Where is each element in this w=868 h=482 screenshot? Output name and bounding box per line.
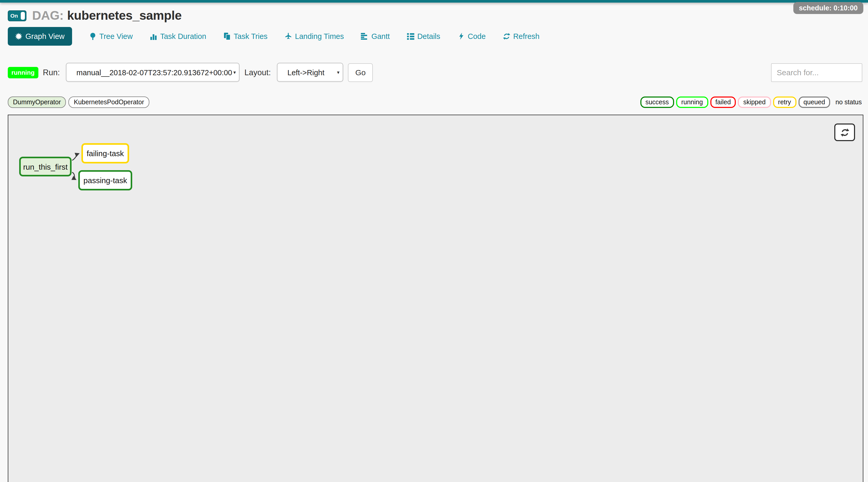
status-badge-running: running (676, 96, 708, 108)
node-failing-task[interactable]: failing-task (82, 143, 129, 163)
list-icon (407, 33, 414, 40)
dag-pause-toggle[interactable]: On (8, 10, 26, 21)
toggle-handle-icon (21, 12, 25, 20)
tree-icon (89, 33, 96, 40)
status-badge-failed: failed (710, 96, 736, 108)
operator-badge-kubernetes-pod-operator: KubernetesPodOperator (69, 96, 149, 108)
tab-gantt[interactable]: Gantt (361, 32, 390, 40)
duplicate-icon (223, 33, 230, 40)
airflow-dag-page: schedule: 0:10:00 On DAG: kubernetes_sam… (0, 0, 868, 482)
status-badge-skipped: skipped (738, 96, 771, 108)
search-input[interactable] (771, 63, 862, 82)
toggle-on-label: On (10, 12, 18, 19)
layout-select[interactable]: Left->Right ▼ (277, 63, 343, 82)
view-tabs: Graph View Tree View Task Duration Task … (8, 27, 539, 46)
dag-title-prefix: DAG: (32, 8, 64, 23)
node-label: failing-task (87, 149, 124, 158)
go-button[interactable]: Go (348, 63, 373, 82)
tab-label: Task Duration (160, 32, 206, 40)
layout-select-value: Left->Right (278, 68, 324, 77)
tab-tree-view[interactable]: Tree View (89, 32, 133, 40)
status-badge-success: success (640, 96, 674, 108)
run-label: Run: (43, 68, 60, 77)
operator-legend: DummyOperator KubernetesPodOperator (8, 96, 149, 108)
tab-label: Code (468, 32, 486, 40)
top-accent-bar (0, 0, 868, 3)
starburst-icon (15, 33, 22, 40)
plane-icon (285, 33, 292, 40)
status-badge-queued: queued (798, 96, 830, 108)
run-controls-row: running Run: manual__2018-02-07T23:57:20… (8, 63, 862, 82)
edge-run-this-first-to-failing-task (72, 154, 79, 160)
status-badge-retry: retry (773, 96, 796, 108)
refresh-icon (503, 33, 510, 40)
chevron-down-icon: ▼ (232, 70, 237, 75)
node-label: passing-task (84, 176, 127, 185)
tab-label: Refresh (513, 32, 539, 40)
schedule-badge: schedule: 0:10:00 (793, 2, 863, 14)
dag-edges (8, 115, 863, 482)
node-label: run_this_first (23, 162, 68, 171)
graph-canvas[interactable]: run_this_first failing-task passing-task (8, 115, 863, 482)
tab-refresh[interactable]: Refresh (503, 32, 539, 40)
tab-label: Tree View (99, 32, 133, 40)
bolt-icon (457, 33, 465, 40)
tab-landing-times[interactable]: Landing Times (285, 32, 344, 40)
tab-task-duration[interactable]: Task Duration (150, 32, 206, 40)
page-title: DAG: kubernetes_sample (32, 8, 182, 23)
refresh-icon (840, 128, 849, 137)
tab-label: Details (417, 32, 440, 40)
run-select-value: manual__2018-02-07T23:57:20.913672+00:00 (67, 68, 232, 77)
dag-name: kubernetes_sample (67, 8, 182, 23)
layout-label: Layout: (245, 68, 271, 77)
graph-refresh-button[interactable] (834, 123, 855, 141)
bar-chart-icon (150, 33, 157, 40)
operator-badge-dummy-operator: DummyOperator (8, 96, 66, 108)
tab-graph-view[interactable]: Graph View (8, 27, 72, 46)
gantt-bars-icon (361, 33, 368, 40)
tab-label: Graph View (25, 32, 65, 40)
run-select[interactable]: manual__2018-02-07T23:57:20.913672+00:00… (66, 63, 240, 82)
tab-task-tries[interactable]: Task Tries (223, 32, 268, 40)
status-label-no-status: no status (836, 98, 862, 106)
tab-label: Task Tries (234, 32, 268, 40)
tab-details[interactable]: Details (407, 32, 440, 40)
tab-code[interactable]: Code (457, 32, 486, 40)
chevron-down-icon: ▼ (336, 70, 340, 75)
node-passing-task[interactable]: passing-task (78, 170, 132, 190)
tab-label: Landing Times (295, 32, 344, 40)
run-state-badge: running (8, 67, 38, 78)
tab-label: Gantt (371, 32, 390, 40)
legend-row: DummyOperator KubernetesPodOperator succ… (8, 96, 862, 108)
edge-run-this-first-to-passing-task (72, 172, 76, 180)
status-legend: success running failed skipped retry que… (640, 96, 862, 108)
page-header: On DAG: kubernetes_sample (8, 8, 182, 23)
node-run-this-first[interactable]: run_this_first (19, 157, 71, 176)
